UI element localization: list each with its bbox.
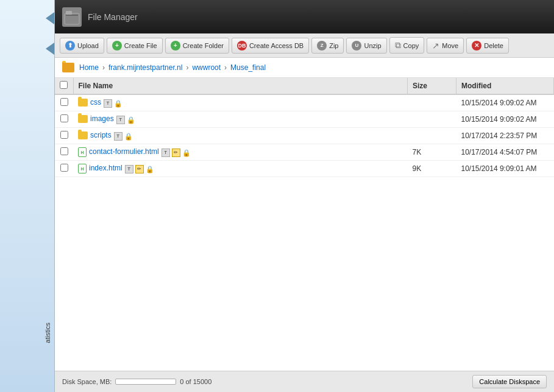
file-link[interactable]: css	[90, 98, 101, 107]
file-name-cell: scriptsT🔒	[73, 128, 408, 144]
create-folder-button[interactable]: + Create Folder	[165, 38, 229, 54]
delete-icon: ✕	[472, 41, 481, 51]
file-size-cell	[408, 94, 456, 111]
lock-icon[interactable]: 🔒	[182, 149, 191, 157]
breadcrumb-sep-2: ›	[186, 63, 188, 72]
file-table-container: File Name Size Modified cssT🔒10/15/2014 …	[55, 78, 554, 371]
disk-progress-container	[115, 379, 176, 385]
move-icon: ↗	[432, 41, 439, 51]
create-file-icon: +	[112, 41, 122, 51]
rename-icon[interactable]: T	[162, 149, 170, 157]
rename-icon[interactable]: T	[114, 132, 123, 141]
file-modified-cell: 10/15/2014 9:09:01 AM	[456, 161, 554, 177]
toolbar: ⬆ Upload + Create File + Create Folder D…	[55, 33, 554, 58]
file-size-cell	[408, 128, 456, 144]
lock-icon[interactable]: 🔒	[146, 165, 154, 173]
titlebar-icon	[62, 7, 82, 27]
titlebar-title: File Manager	[88, 12, 138, 22]
html-file-icon: H	[78, 164, 87, 173]
breadcrumb-sep-3: ›	[224, 63, 227, 72]
file-name-cell: imagesT🔒	[73, 111, 408, 128]
breadcrumb-level2[interactable]: wwwroot	[192, 63, 221, 72]
file-name-cell: Hindex.htmlT✏🔒	[73, 161, 408, 177]
sidebar-toggle-bottom[interactable]	[46, 43, 54, 55]
calculate-diskspace-button[interactable]: Calculate Diskspace	[472, 375, 547, 388]
breadcrumb-level3[interactable]: Muse_final	[230, 63, 266, 72]
file-name-cell: Hcontact-formulier.htmlT✏🔒	[73, 144, 408, 161]
file-size-cell	[408, 111, 456, 128]
create-access-db-button[interactable]: DB Create Access DB	[232, 38, 309, 54]
table-row: imagesT🔒10/15/2014 9:09:02 AM	[55, 111, 554, 128]
titlebar: File Manager	[55, 0, 554, 33]
main-panel: File Manager ⬆ Upload + Create File + Cr…	[55, 0, 554, 392]
upload-button[interactable]: ⬆ Upload	[60, 38, 104, 54]
rename-icon[interactable]: T	[125, 165, 133, 173]
copy-button[interactable]: ⧉ Copy	[389, 37, 425, 54]
disk-space-label: Disk Space, MB:	[62, 378, 112, 385]
file-modified-cell: 10/17/2014 2:23:57 PM	[456, 128, 554, 144]
filemanager-icon	[63, 9, 80, 26]
row-checkbox[interactable]	[60, 147, 68, 155]
html-file-icon: H	[78, 147, 87, 157]
upload-icon: ⬆	[65, 41, 75, 51]
breadcrumb-home[interactable]: Home	[79, 63, 99, 72]
table-header-row: File Name Size Modified	[55, 78, 554, 94]
select-all-checkbox[interactable]	[60, 81, 68, 89]
svg-rect-1	[66, 11, 72, 15]
zip-icon: Z	[317, 41, 327, 51]
file-size-cell: 7K	[408, 144, 456, 161]
select-all-header	[55, 78, 73, 94]
edit-icon[interactable]: ✏	[172, 149, 180, 157]
file-modified-cell: 10/15/2014 9:09:02 AM	[456, 111, 554, 128]
rename-icon[interactable]: T	[116, 116, 125, 124]
edit-icon[interactable]: ✏	[135, 165, 144, 173]
table-row: Hindex.htmlT✏🔒9K10/15/2014 9:09:01 AM	[55, 161, 554, 177]
create-file-button[interactable]: + Create File	[107, 38, 163, 54]
file-link[interactable]: index.html	[89, 164, 123, 172]
table-row: Hcontact-formulier.htmlT✏🔒7K10/17/2014 4…	[55, 144, 554, 161]
unzip-button[interactable]: U Unzip	[346, 38, 386, 54]
filename-header: File Name	[73, 78, 408, 94]
statusbar: Disk Space, MB: 0 of 15000 Calculate Dis…	[55, 371, 554, 392]
lock-icon[interactable]: 🔒	[114, 99, 123, 108]
size-header: Size	[408, 78, 456, 94]
file-link[interactable]: scripts	[90, 131, 112, 139]
folder-icon	[78, 131, 88, 139]
copy-icon: ⧉	[395, 40, 401, 51]
zip-button[interactable]: Z Zip	[311, 38, 344, 54]
file-size-cell: 9K	[408, 161, 456, 177]
diskspace-info: Disk Space, MB: 0 of 15000	[62, 378, 211, 385]
row-checkbox[interactable]	[60, 98, 68, 106]
breadcrumb-level1[interactable]: frank.mijntestpartner.nl	[108, 63, 182, 72]
file-table-body: cssT🔒10/15/2014 9:09:02 AMimagesT🔒10/15/…	[55, 94, 554, 177]
file-name-cell: cssT🔒	[73, 94, 408, 111]
modified-header: Modified	[456, 78, 554, 94]
create-folder-icon: +	[171, 41, 180, 51]
breadcrumb: Home › frank.mijntestpartner.nl › wwwroo…	[55, 58, 554, 78]
breadcrumb-folder-icon	[62, 63, 74, 72]
table-row: cssT🔒10/15/2014 9:09:02 AM	[55, 94, 554, 111]
file-link[interactable]: images	[90, 114, 114, 123]
breadcrumb-sep-1: ›	[102, 63, 105, 72]
sidebar-toggle-top[interactable]	[46, 12, 54, 24]
row-checkbox[interactable]	[60, 164, 68, 172]
access-db-icon: DB	[237, 41, 247, 51]
lock-icon[interactable]: 🔒	[127, 116, 135, 124]
svg-rect-2	[66, 15, 78, 16]
sidebar: atistics	[0, 0, 55, 392]
lock-icon[interactable]: 🔒	[124, 132, 133, 141]
table-row: scriptsT🔒10/17/2014 2:23:57 PM	[55, 128, 554, 144]
disk-value: 0 of 15000	[180, 378, 211, 385]
file-table: File Name Size Modified cssT🔒10/15/2014 …	[55, 78, 554, 177]
delete-button[interactable]: ✕ Delete	[466, 38, 509, 54]
file-modified-cell: 10/15/2014 9:09:02 AM	[456, 94, 554, 111]
unzip-icon: U	[352, 41, 361, 51]
rename-icon[interactable]: T	[104, 99, 112, 108]
folder-icon	[78, 99, 88, 107]
folder-icon	[78, 115, 88, 123]
row-checkbox[interactable]	[60, 131, 68, 139]
file-link[interactable]: contact-formulier.html	[89, 147, 159, 156]
file-modified-cell: 10/17/2014 4:54:07 PM	[456, 144, 554, 161]
row-checkbox[interactable]	[60, 114, 68, 122]
move-button[interactable]: ↗ Move	[427, 38, 464, 54]
